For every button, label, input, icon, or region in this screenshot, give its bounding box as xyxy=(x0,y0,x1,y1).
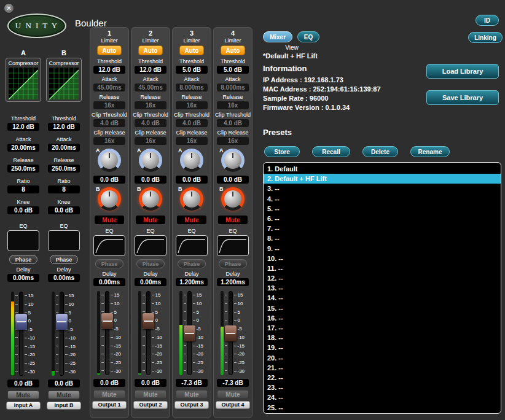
knee-value[interactable]: 0.0 dB xyxy=(48,206,80,214)
load-library-button[interactable]: Load Library xyxy=(426,64,499,79)
channel-name-tag[interactable]: Input A xyxy=(6,402,41,410)
preset-item[interactable]: 14. -- xyxy=(264,293,501,303)
tab-eq[interactable]: EQ xyxy=(297,31,319,42)
release-value[interactable]: 250.0ms xyxy=(48,165,80,173)
delete-button[interactable]: Delete xyxy=(362,146,398,157)
close-icon[interactable]: ✕ xyxy=(4,3,14,14)
gain-a-value[interactable]: 0.0 dB xyxy=(93,176,125,184)
channel-name-tag[interactable]: Input B xyxy=(47,402,81,410)
auto-button[interactable]: Auto xyxy=(179,45,204,55)
release-value[interactable]: 16x xyxy=(176,101,208,109)
delay-value[interactable]: 0.00ms xyxy=(48,274,80,282)
fader-track[interactable] xyxy=(60,292,64,376)
ratio-value[interactable]: 8 xyxy=(48,185,80,193)
preset-item[interactable]: 24. -- xyxy=(264,392,501,402)
clip-release-value[interactable]: 16x xyxy=(93,137,125,145)
auto-button[interactable]: Auto xyxy=(221,45,245,55)
preset-item[interactable]: 16. -- xyxy=(264,313,501,323)
channel-mute-button[interactable]: Mute xyxy=(136,216,165,224)
preset-item[interactable]: 15. -- xyxy=(264,303,501,313)
attack-value[interactable]: 20.00ms xyxy=(48,144,80,152)
preset-item[interactable]: 21. -- xyxy=(264,363,501,373)
eq-graph[interactable] xyxy=(93,235,125,256)
phase-button[interactable]: Phase xyxy=(95,259,123,268)
fader-track[interactable] xyxy=(105,291,109,375)
preset-item[interactable]: 4. -- xyxy=(264,194,501,204)
attack-value[interactable]: 20.00ms xyxy=(7,144,39,152)
preset-item[interactable]: 17. -- xyxy=(264,323,501,333)
gain-a-value[interactable]: 0.0 dB xyxy=(176,176,208,184)
gain-b-knob[interactable] xyxy=(180,187,203,211)
channel-mute-button[interactable]: Mute xyxy=(218,216,248,224)
fader-track[interactable] xyxy=(146,291,151,375)
gain-a-knob[interactable] xyxy=(180,149,203,172)
threshold-value[interactable]: 12.0 dB xyxy=(7,123,39,131)
preset-item[interactable]: 23. -- xyxy=(264,383,501,392)
fader-handle[interactable] xyxy=(184,325,195,341)
preset-item[interactable]: 22. -- xyxy=(264,373,501,383)
clip-threshold-value[interactable]: 4.0 dB xyxy=(93,119,125,127)
release-value[interactable]: 16x xyxy=(217,101,249,109)
compressor-graph[interactable] xyxy=(9,68,38,99)
channel-name-tag[interactable]: Output 1 xyxy=(92,401,127,409)
preset-item[interactable]: 6. -- xyxy=(264,214,501,224)
clip-release-value[interactable]: 16x xyxy=(135,137,166,145)
fader-handle[interactable] xyxy=(56,314,68,330)
rename-button[interactable]: Rename xyxy=(410,146,450,157)
fader-handle[interactable] xyxy=(101,313,113,329)
preset-item[interactable]: 2. Default + HF Lift xyxy=(264,174,501,184)
channel-mute-button[interactable]: Mute xyxy=(177,216,206,224)
fader-handle[interactable] xyxy=(15,314,27,330)
auto-button[interactable]: Auto xyxy=(97,45,122,55)
clip-threshold-value[interactable]: 4.0 dB xyxy=(176,119,208,127)
gain-b-knob[interactable] xyxy=(98,187,121,211)
gain-a-value[interactable]: 0.0 dB xyxy=(135,176,166,184)
mute-button[interactable]: Mute xyxy=(217,390,249,399)
delay-value[interactable]: 1.200ms xyxy=(217,278,249,286)
mute-button[interactable]: Mute xyxy=(135,390,166,399)
preset-item[interactable]: 11. -- xyxy=(264,263,501,273)
linking-button[interactable]: Linking xyxy=(468,32,503,43)
fader-handle[interactable] xyxy=(225,325,237,341)
fader-value[interactable]: 0.0 dB xyxy=(48,379,80,387)
clip-threshold-value[interactable]: 4.0 dB xyxy=(217,119,249,127)
preset-item[interactable]: 8. -- xyxy=(264,233,501,243)
recall-button[interactable]: Recall xyxy=(312,146,350,157)
ratio-value[interactable]: 8 xyxy=(7,185,39,193)
attack-value[interactable]: 45.00ms xyxy=(135,84,166,91)
delay-value[interactable]: 0.00ms xyxy=(7,274,39,282)
preset-item[interactable]: 3. -- xyxy=(264,184,501,193)
delay-value[interactable]: 0.00ms xyxy=(135,278,166,286)
delay-value[interactable]: 0.00ms xyxy=(93,278,125,286)
gain-a-knob[interactable] xyxy=(139,149,162,172)
preset-item[interactable]: 12. -- xyxy=(264,273,501,283)
save-library-button[interactable]: Save Library xyxy=(426,90,499,105)
preset-item[interactable]: 10. -- xyxy=(264,254,501,263)
channel-mute-button[interactable]: Mute xyxy=(95,216,124,224)
eq-graph[interactable] xyxy=(135,235,166,256)
release-value[interactable]: 16x xyxy=(93,101,125,109)
auto-button[interactable]: Auto xyxy=(138,45,163,55)
preset-item[interactable]: 7. -- xyxy=(264,224,501,233)
phase-button[interactable]: Phase xyxy=(219,259,247,268)
fader-value[interactable]: 0.0 dB xyxy=(7,379,39,387)
threshold-value[interactable]: 12.0 dB xyxy=(135,66,166,74)
preset-item[interactable]: 20. -- xyxy=(264,353,501,363)
fader-value[interactable]: -7.3 dB xyxy=(217,379,249,387)
phase-button[interactable]: Phase xyxy=(9,255,37,264)
preset-item[interactable]: 5. -- xyxy=(264,204,501,214)
channel-name-tag[interactable]: Output 4 xyxy=(216,401,250,409)
phase-button[interactable]: Phase xyxy=(136,259,165,268)
fader-track[interactable] xyxy=(187,291,192,375)
fader-value[interactable]: -7.3 dB xyxy=(176,379,208,387)
fader-track[interactable] xyxy=(229,291,233,375)
gain-b-knob[interactable] xyxy=(139,187,162,211)
mute-button[interactable]: Mute xyxy=(176,390,208,399)
attack-value[interactable]: 45.00ms xyxy=(93,84,125,91)
gain-a-knob[interactable] xyxy=(221,149,245,172)
threshold-value[interactable]: 5.0 dB xyxy=(217,66,249,74)
threshold-value[interactable]: 5.0 dB xyxy=(176,66,208,74)
release-value[interactable]: 250.0ms xyxy=(7,165,39,173)
eq-graph[interactable] xyxy=(217,235,249,256)
phase-button[interactable]: Phase xyxy=(178,259,206,268)
